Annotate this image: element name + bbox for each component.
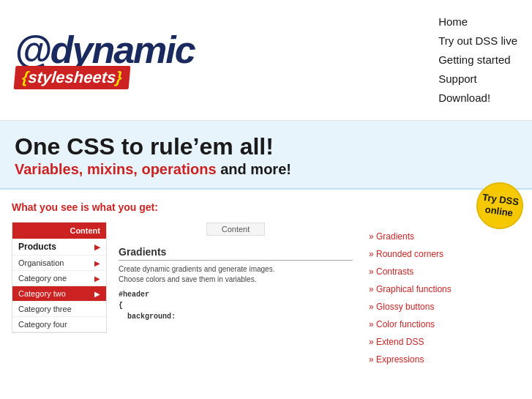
mock-sidebar-item-cat3: Category three: [12, 302, 106, 317]
mock-sidebar-header: Content: [12, 223, 106, 239]
main-content: Try DSSonline What you see is what you g…: [0, 190, 532, 399]
logo-stylesheets-text: stylesheets: [28, 68, 117, 86]
mock-sidebar-item-cat2: Category two ▶: [12, 286, 106, 302]
mock-ui: Content Products ▶ Organisation ▶ Catego…: [12, 222, 357, 383]
brace-close: }: [115, 68, 123, 86]
right-link-rounded-corners[interactable]: Rounded corners: [366, 245, 468, 263]
mock-item-label: Category three: [18, 305, 72, 313]
hero-banner: One CSS to rule’em all! Variables, mixin…: [0, 121, 532, 190]
right-link-graphical[interactable]: Graphical functions: [366, 280, 468, 298]
try-badge-text: Try DSSonline: [480, 192, 520, 220]
nav-home[interactable]: Home: [438, 13, 517, 31]
mock-item-label: Category one: [18, 274, 67, 283]
content-detail: Gradients Create dynamic gradients and g…: [114, 246, 357, 322]
hero-subtitle: Variables, mixins, operations and more!: [15, 161, 517, 178]
hero-normal: and more!: [217, 161, 291, 177]
mock-item-label: Category two: [18, 289, 66, 298]
mock-item-label: Category four: [18, 320, 67, 329]
hero-title: One CSS to rule’em all!: [15, 134, 517, 160]
right-link-contrasts[interactable]: Contrasts: [366, 263, 468, 280]
mock-sidebar-item-products: Products ▶: [12, 239, 106, 256]
right-link-color[interactable]: Color functions: [366, 316, 468, 333]
mock-item-label: Organisation: [18, 258, 64, 267]
main-nav: Home Try out DSS live Getting started Su…: [438, 13, 517, 107]
page-header: @dynamic {stylesheets} Home Try out DSS …: [0, 0, 532, 121]
mock-sidebar-item-cat4: Category four: [12, 317, 106, 332]
nav-support[interactable]: Support: [438, 70, 517, 88]
mock-item-arrow: ▶: [94, 290, 100, 298]
mock-item-label: Products: [18, 242, 56, 252]
mock-sidebar-item-org: Organisation ▶: [12, 256, 106, 271]
mock-sidebar-item-cat1: Category one ▶: [12, 271, 106, 286]
content-description: Create dynamic gradients and generate im…: [119, 264, 353, 285]
right-link-gradients[interactable]: Gradients: [366, 228, 468, 245]
right-link-glossy[interactable]: Glossy buttons: [366, 298, 468, 316]
logo-at: @: [15, 29, 50, 71]
nav-getting-started[interactable]: Getting started: [438, 51, 517, 69]
mock-item-arrow: ▶: [94, 243, 100, 251]
what-you-see-label: What you see is what you get:: [12, 201, 357, 213]
mock-content-area: Content Gradients Create dynamic gradien…: [107, 222, 357, 322]
logo-dynamic: @dynamic: [15, 31, 195, 69]
mock-content-label: Content: [206, 223, 266, 236]
right-sidebar: Gradients Rounded corners Contrasts Grap…: [366, 190, 476, 399]
logo-dynamic-text: dynamic: [50, 29, 195, 71]
nav-download[interactable]: Download!: [438, 89, 517, 107]
preview-section: What you see is what you get: Content Pr…: [0, 190, 366, 399]
mock-item-arrow: ▶: [94, 259, 100, 267]
content-code: #header { background:: [119, 289, 353, 322]
logo: @dynamic {stylesheets}: [15, 31, 195, 89]
mock-sidebar: Content Products ▶ Organisation ▶ Catego…: [12, 222, 107, 333]
content-section-title: Gradients: [119, 246, 353, 261]
hero-highlight: Variables, mixins, operations: [15, 161, 217, 177]
nav-try-live[interactable]: Try out DSS live: [438, 32, 517, 50]
logo-stylesheets: {stylesheets}: [14, 66, 131, 89]
right-link-expressions[interactable]: Expressions: [366, 351, 468, 368]
right-link-extend[interactable]: Extend DSS: [366, 333, 468, 351]
mock-item-arrow: ▶: [94, 275, 100, 283]
